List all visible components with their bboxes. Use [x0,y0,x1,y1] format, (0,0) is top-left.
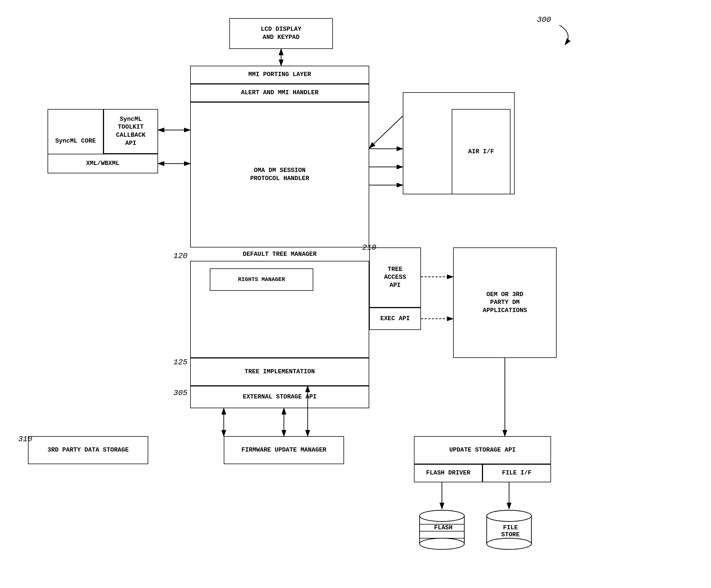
flash-label: FLASH [417,524,470,531]
exec-api-box: EXEC API [369,308,421,330]
default-tree-outer-box [190,247,369,358]
mmi-porting-box: MMI PORTING LAYER [190,66,369,84]
flash-driver-box: FLASH DRIVER [414,464,482,482]
lcd-display-box: LCD DISPLAYAND KEYPAD [229,18,333,49]
ref-125-label: 125 [173,358,188,367]
rights-manager-box: RIGHTS MANAGER [210,268,313,291]
oma-dm-box: OMA DM SESSIONPROTOCOL HANDLER [190,102,369,247]
svg-point-1 [419,510,464,521]
ref-120-label: 120 [173,252,188,260]
file-if-box: FILE I/F [482,464,551,482]
default-tree-label: DEFAULT TREE MANAGER [190,247,369,261]
svg-line-16 [369,116,403,148]
3rd-party-storage-box: 3RD PARTY DATA STORAGE [28,436,148,464]
syncml-toolkit-box: SyncMLTOOLKITCALLBACKAPI [104,109,158,154]
svg-point-8 [487,538,532,549]
ref-300-label: 300 [537,15,551,24]
ref-310-label: 310 [18,435,32,443]
file-store-cylinder: FILESTORE [484,509,537,551]
architecture-diagram: 300 LCD DISPLAYAND KEYPAD MMI PORTING LA… [0,0,711,588]
air-if-label: AIR I/F [452,109,511,194]
flash-cylinder: FLASH [417,509,470,551]
update-storage-box: UPDATE STORAGE API [414,436,551,464]
svg-point-7 [487,510,532,521]
alert-mmi-box: ALERT AND MMI HANDLER [190,84,369,102]
ref-210-label: 210 [362,243,376,252]
oem-3rd-box: OEM OR 3RDPARTY DMAPPLICATIONS [453,247,557,358]
svg-point-2 [419,538,464,549]
firmware-update-box: FIRMWARE UPDATE MANAGER [224,436,344,464]
xml-wbxml-box: XML/WBXML [47,154,158,173]
file-store-label: FILESTORE [484,524,537,538]
tree-access-box: TREEACCESSAPI [369,247,421,308]
tree-impl-box: TREE IMPLEMENTATION [190,358,369,386]
ref-305-label: 305 [173,389,188,397]
external-storage-box: EXTERNAL STORAGE API [190,386,369,408]
